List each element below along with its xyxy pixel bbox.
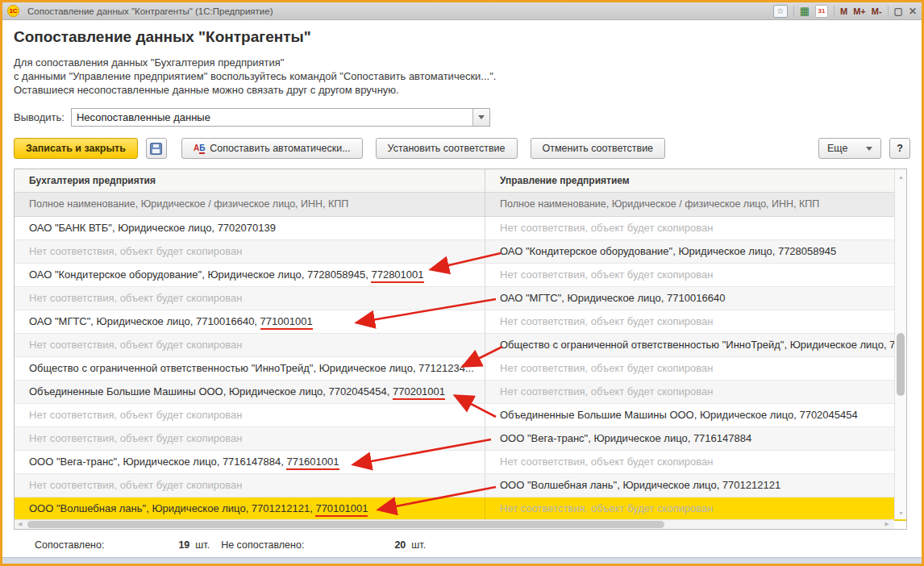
table-body: ОАО "БАНК ВТБ", Юридическое лицо, 770207… xyxy=(15,217,906,521)
table-row[interactable]: Нет соответствия, объект будет скопирова… xyxy=(15,474,906,497)
table-subheader-row: Полное наименование, Юридическое / физич… xyxy=(15,193,906,217)
chevron-down-icon xyxy=(866,147,872,151)
combo-dropdown-button[interactable] xyxy=(472,109,489,126)
table-row[interactable]: Нет соответствия, объект будет скопирова… xyxy=(15,427,906,451)
table-cell-right[interactable]: Общество с ограниченной ответственностью… xyxy=(485,334,906,356)
no-match-text: Нет соответствия, объект будет скопирова… xyxy=(500,268,713,281)
table-cell-left[interactable]: ОАО "Кондитерское оборудование", Юридиче… xyxy=(15,264,485,286)
table-row[interactable]: ООО "Волшебная лань", Юридическое лицо, … xyxy=(15,497,906,521)
table-row[interactable]: Объединенные Большие Машины ООО, Юридиче… xyxy=(15,381,906,404)
memory-m-plus-button[interactable]: M+ xyxy=(853,5,866,18)
subheader-left: Полное наименование, Юридическое / физич… xyxy=(15,193,485,216)
table-row[interactable]: ООО "Вега-транс", Юридическое лицо, 7716… xyxy=(15,451,906,474)
close-icon[interactable]: ✕ xyxy=(909,5,917,18)
table-cell-left[interactable]: Нет соответствия, объект будет скопирова… xyxy=(15,240,485,263)
table-cell-right[interactable]: ООО "Волшебная лань", Юридическое лицо, … xyxy=(485,474,906,497)
table-row[interactable]: Нет соответствия, объект будет скопирова… xyxy=(15,404,906,427)
table-cell-left[interactable]: Нет соответствия, объект будет скопирова… xyxy=(15,474,485,497)
table-cell-left[interactable]: ОАО "БАНК ВТБ", Юридическое лицо, 770207… xyxy=(15,217,485,239)
table-cell-left[interactable]: ООО "Волшебная лань", Юридическое лицо, … xyxy=(15,497,485,520)
table-cell-left[interactable]: Объединенные Большие Машины ООО, Юридиче… xyxy=(15,381,485,403)
no-match-text: Нет соответствия, объект будет скопирова… xyxy=(29,432,242,444)
table-cell-left[interactable]: Нет соответствия, объект будет скопирова… xyxy=(15,287,485,310)
table-cell-right[interactable]: Объединенные Большие Машины ООО, Юридиче… xyxy=(485,404,906,427)
table-cell-right[interactable]: Нет соответствия, объект будет скопирова… xyxy=(485,451,906,473)
table-cell-left[interactable]: ОАО "МГТС", Юридическое лицо, 7710016640… xyxy=(15,310,485,333)
more-label: Еще xyxy=(827,139,847,158)
memory-m-button[interactable]: M xyxy=(840,5,847,18)
entity-text: ОАО "БАНК ВТБ", Юридическое лицо, 770207… xyxy=(29,222,276,234)
table-row[interactable]: ОАО "МГТС", Юридическое лицо, 7710016640… xyxy=(15,310,906,334)
1c-logo-icon: 1С xyxy=(7,5,19,17)
titlebar-separator xyxy=(888,6,889,17)
no-match-text: Нет соответствия, объект будет скопирова… xyxy=(500,456,713,468)
entity-text: ОАО "МГТС", Юридическое лицо, 7710016640 xyxy=(500,292,725,304)
unmatched-unit: шт. xyxy=(411,539,426,551)
description-line: с данными "Управление предприятием" восп… xyxy=(14,69,910,83)
column-header-management[interactable]: Управление предприятием xyxy=(485,169,906,192)
matched-value: 19 xyxy=(178,539,189,551)
set-match-button[interactable]: Установить соответствие xyxy=(376,138,518,159)
chevron-down-icon xyxy=(478,115,485,119)
table-cell-left[interactable]: Общество с ограниченной ответственностью… xyxy=(15,357,485,380)
calculator-icon[interactable]: ▦ xyxy=(800,5,810,18)
table-cell-right[interactable]: Нет соответствия, объект будет скопирова… xyxy=(485,381,906,403)
entity-text: Объединенные Большие Машины ООО, Юридиче… xyxy=(500,409,858,421)
favorites-icon[interactable]: ☆ xyxy=(773,5,788,18)
table-cell-right[interactable]: Нет соответствия, объект будет скопирова… xyxy=(485,310,906,333)
description-line: Оставшиеся несопоставленные данные можно… xyxy=(14,83,910,97)
table-cell-right[interactable]: Нет соответствия, объект будет скопирова… xyxy=(485,264,906,286)
table-row[interactable]: Нет соответствия, объект будет скопирова… xyxy=(15,287,906,310)
more-button[interactable]: Еще xyxy=(818,138,881,159)
horizontal-scrollbar[interactable]: ◀ ▶ xyxy=(15,519,894,529)
no-match-text: Нет соответствия, объект будет скопирова… xyxy=(29,409,242,421)
kpp-underlined-value: 770201001 xyxy=(393,385,445,400)
titlebar-separator xyxy=(793,6,794,17)
entity-text: ОАО "МГТС", Юридическое лицо, 7710016640… xyxy=(29,315,260,327)
column-header-accounting[interactable]: Бухгалтерия предприятия xyxy=(15,169,485,192)
table-cell-left[interactable]: Нет соответствия, объект будет скопирова… xyxy=(15,404,485,427)
table-cell-right[interactable]: Нет соответствия, объект будет скопирова… xyxy=(485,497,906,520)
save-and-close-button[interactable]: Записать и закрыть xyxy=(14,138,138,159)
vertical-scroll-thumb[interactable] xyxy=(897,333,905,396)
entity-text: ООО "Волшебная лань", Юридическое лицо, … xyxy=(29,502,315,514)
no-match-text: Нет соответствия, объект будет скопирова… xyxy=(29,292,242,304)
auto-match-button[interactable]: АБ Сопоставить автоматически... xyxy=(181,138,363,159)
status-bar xyxy=(2,557,922,564)
table-cell-right[interactable]: ООО "Вега-транс", Юридическое лицо, 7716… xyxy=(485,427,906,450)
table-cell-right[interactable]: Нет соответствия, объект будет скопирова… xyxy=(485,217,906,239)
table-cell-left[interactable]: ООО "Вега-транс", Юридическое лицо, 7716… xyxy=(15,451,485,473)
table-cell-right[interactable]: Нет соответствия, объект будет скопирова… xyxy=(485,357,906,380)
table-cell-right[interactable]: ОАО "Кондитерское оборудование", Юридиче… xyxy=(485,240,906,263)
filter-row: Выводить: Несопоставленные данные xyxy=(14,108,910,127)
scroll-down-icon[interactable]: ▼ xyxy=(898,510,904,516)
table-cell-left[interactable]: Нет соответствия, объект будет скопирова… xyxy=(15,334,485,356)
filter-label: Выводить: xyxy=(14,111,65,123)
scroll-right-icon[interactable]: ▶ xyxy=(885,521,889,527)
maximize-icon[interactable]: ▢ xyxy=(894,5,903,18)
memory-m-minus-button[interactable]: M- xyxy=(872,5,882,18)
auto-match-icon-b: Б xyxy=(199,144,205,154)
calendar-icon[interactable]: 31 xyxy=(815,5,828,18)
display-mode-select[interactable]: Несопоставленные данные xyxy=(71,108,490,127)
table-row[interactable]: ОАО "БАНК ВТБ", Юридическое лицо, 770207… xyxy=(15,217,906,240)
entity-text: ООО "Вега-транс", Юридическое лицо, 7716… xyxy=(500,432,751,444)
table-row[interactable]: Общество с ограниченной ответственностью… xyxy=(15,357,906,381)
vertical-scrollbar[interactable]: ▲ ▼ xyxy=(894,169,906,519)
save-button[interactable] xyxy=(146,138,167,159)
table-row[interactable]: ОАО "Кондитерское оборудование", Юридиче… xyxy=(15,264,906,287)
scroll-up-icon[interactable]: ▲ xyxy=(898,174,904,180)
help-button[interactable]: ? xyxy=(889,138,910,159)
table-cell-left[interactable]: Нет соответствия, объект будет скопирова… xyxy=(15,427,485,450)
scroll-left-icon[interactable]: ◀ xyxy=(18,521,22,527)
kpp-underlined-value: 771601001 xyxy=(286,456,339,470)
table-cell-right[interactable]: ОАО "МГТС", Юридическое лицо, 7710016640 xyxy=(485,287,906,310)
stats-footer: Сопоставлено: 19 шт. Не сопоставлено: 20… xyxy=(14,539,910,551)
horizontal-scroll-thumb[interactable] xyxy=(27,521,664,528)
unmatched-value: 20 xyxy=(394,539,406,551)
table-row[interactable]: Нет соответствия, объект будет скопирова… xyxy=(15,240,906,264)
description-line: Для сопоставления данных "Бухгалтерия пр… xyxy=(14,56,910,69)
entity-text: Общество с ограниченной ответственностью… xyxy=(500,339,906,351)
cancel-match-button[interactable]: Отменить соответствие xyxy=(531,138,666,159)
table-row[interactable]: Нет соответствия, объект будет скопирова… xyxy=(15,334,906,357)
